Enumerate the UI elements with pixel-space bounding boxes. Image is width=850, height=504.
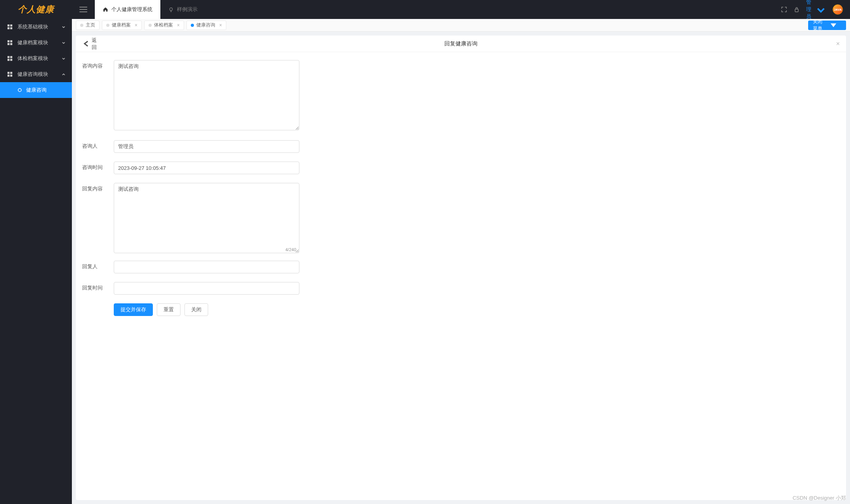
chevron-down-icon: [62, 41, 66, 45]
submit-button[interactable]: 提交并保存: [114, 303, 153, 316]
hamburger-icon: [79, 7, 87, 12]
tab-close-icon[interactable]: ×: [219, 23, 222, 28]
label-consult-person: 咨询人: [82, 140, 114, 153]
sidebar-item-exam-archive[interactable]: 体检档案模块: [0, 51, 72, 66]
sidebar-subitem-label: 健康咨询: [26, 87, 47, 94]
app-root: 个人健康 系统基础模块 健康档案模块 体检档案模块 健康咨询模块: [0, 0, 850, 504]
label-reply-time: 回复时间: [82, 282, 114, 295]
sidebar-item-label: 体检档案模块: [17, 55, 48, 62]
sidebar-item-label: 健康咨询模块: [17, 71, 48, 78]
svg-rect-14: [8, 75, 9, 77]
close-menu-label: 关闭菜单: [812, 19, 823, 32]
svg-rect-8: [8, 56, 9, 58]
row-reply-person: 回复人: [82, 261, 840, 273]
consult-form: 咨询内容 咨询人 咨询时间: [76, 52, 846, 324]
header-nav-label: 个人健康管理系统: [111, 6, 152, 13]
label-reply-person: 回复人: [82, 261, 114, 273]
menu-toggle-button[interactable]: [72, 0, 95, 19]
tab-consult[interactable]: 健康咨询 ×: [186, 21, 226, 30]
tab-label: 主页: [86, 22, 95, 28]
tab-close-icon[interactable]: ×: [135, 23, 137, 28]
label-reply-content: 回复内容: [82, 183, 114, 252]
grid-icon: [7, 56, 13, 61]
svg-rect-13: [10, 72, 12, 74]
consult-time-input[interactable]: [114, 162, 299, 174]
circle-icon: [17, 88, 22, 92]
row-consult-time: 咨询时间: [82, 162, 840, 174]
sidebar-item-consult[interactable]: 健康咨询模块: [0, 66, 72, 82]
fullscreen-icon[interactable]: [781, 6, 787, 13]
label-consult-time: 咨询时间: [82, 162, 114, 174]
grid-icon: [7, 40, 13, 45]
svg-rect-0: [8, 24, 9, 26]
svg-rect-18: [795, 9, 798, 12]
reply-time-input[interactable]: [114, 282, 299, 295]
label-consult-content: 咨询内容: [82, 60, 114, 132]
watermark-text: CSDN @Designer 小郑: [793, 495, 846, 502]
sidebar-item-health-archive[interactable]: 健康档案模块: [0, 35, 72, 51]
consult-content-textarea[interactable]: [114, 60, 299, 130]
header-nav-home[interactable]: 个人健康管理系统: [95, 0, 160, 19]
back-label: 返回: [92, 37, 97, 51]
panel-close-icon[interactable]: ×: [836, 40, 840, 47]
chevron-up-icon: [62, 72, 66, 76]
reply-content-textarea[interactable]: [114, 183, 299, 253]
user-name-label: 管理员: [806, 0, 814, 20]
avatar[interactable]: JAVA: [833, 4, 843, 15]
tab-close-icon[interactable]: ×: [177, 23, 180, 28]
tab-home[interactable]: 主页: [76, 21, 100, 30]
svg-rect-10: [8, 59, 9, 61]
logo-text: 个人健康: [18, 4, 54, 15]
svg-rect-1: [10, 24, 12, 26]
logo: 个人健康: [0, 0, 72, 19]
tab-label: 体检档案: [154, 22, 173, 28]
tab-exam-archive[interactable]: 体检档案 ×: [144, 21, 184, 30]
form-panel: 返回 回复健康咨询 × 咨询内容 咨询人: [76, 36, 846, 500]
sidebar-menu: 系统基础模块 健康档案模块 体检档案模块 健康咨询模块 健康咨询: [0, 19, 72, 504]
button-row: 提交并保存 重置 关闭: [114, 303, 840, 316]
user-menu[interactable]: 管理员: [806, 0, 826, 20]
svg-rect-12: [8, 72, 9, 74]
reset-button[interactable]: 重置: [157, 303, 181, 316]
svg-rect-5: [10, 40, 12, 42]
svg-rect-9: [10, 56, 12, 58]
header-nav-demo[interactable]: 样例演示: [160, 0, 205, 19]
row-consult-content: 咨询内容: [82, 60, 840, 132]
sidebar-item-label: 健康档案模块: [17, 39, 48, 46]
tabs-bar: 主页 健康档案 × 体检档案 × 健康咨询 × 关闭菜单: [72, 19, 850, 32]
svg-rect-4: [8, 40, 9, 42]
sidebar: 个人健康 系统基础模块 健康档案模块 体检档案模块 健康咨询模块: [0, 0, 72, 504]
top-header: 个人健康管理系统 样例演示 管理员 JAVA: [72, 0, 850, 19]
tab-dot-icon: [106, 24, 109, 27]
lock-icon[interactable]: [794, 6, 800, 13]
grid-icon: [7, 71, 13, 77]
sidebar-item-system[interactable]: 系统基础模块: [0, 19, 72, 35]
tab-dot-icon: [191, 24, 194, 27]
chevron-down-icon: [62, 25, 66, 29]
svg-rect-2: [8, 27, 9, 29]
svg-rect-7: [10, 43, 12, 45]
tab-dot-icon: [80, 24, 83, 27]
caret-down-icon: [825, 21, 842, 30]
content-area: 返回 回复健康咨询 × 咨询内容 咨询人: [72, 32, 850, 504]
home-icon: [103, 7, 108, 12]
caret-down-icon: [816, 4, 826, 15]
svg-point-17: [170, 8, 173, 11]
svg-rect-3: [10, 27, 12, 29]
header-nav-label: 样例演示: [177, 6, 197, 13]
panel-title: 回复健康咨询: [444, 40, 478, 47]
tab-label: 健康咨询: [196, 22, 215, 28]
consult-person-input[interactable]: [114, 140, 299, 153]
tab-health-archive[interactable]: 健康档案 ×: [102, 21, 142, 30]
svg-rect-15: [10, 75, 12, 77]
svg-rect-6: [8, 43, 9, 45]
back-button[interactable]: 返回: [82, 37, 97, 51]
svg-rect-11: [10, 59, 12, 61]
sidebar-subitem-consult[interactable]: 健康咨询: [0, 82, 72, 98]
tab-label: 健康档案: [112, 22, 131, 28]
close-button[interactable]: 关闭: [184, 303, 208, 316]
reply-person-input[interactable]: [114, 261, 299, 273]
avatar-text: JAVA: [834, 8, 842, 11]
panel-header: 返回 回复健康咨询 ×: [76, 36, 846, 52]
close-menu-button[interactable]: 关闭菜单: [808, 21, 846, 30]
